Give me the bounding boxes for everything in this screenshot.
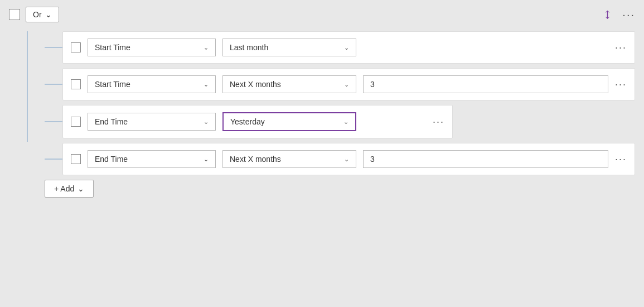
row-2-field-label: Start Time (95, 80, 130, 89)
row-1-field-dropdown[interactable]: Start Time ⌄ (88, 39, 216, 56)
top-more-icon[interactable]: ··· (622, 8, 635, 21)
row-1-field-label: Start Time (95, 43, 130, 52)
add-label: + Add (54, 184, 74, 193)
filter-row-wrapper-1: Start Time ⌄ Last month ⌄ ··· (45, 31, 635, 64)
row-1-operator-label: Last month (230, 43, 268, 52)
row-3-more-icon[interactable]: ··· (433, 116, 444, 128)
row-2-value-input[interactable] (363, 75, 608, 93)
row-3-field-label: End Time (95, 117, 128, 126)
or-button[interactable]: Or ⌄ (26, 7, 59, 22)
filter-row-3: End Time ⌄ Yesterday ⌄ ··· (62, 105, 453, 138)
row-2-operator-label: Next X months (230, 80, 281, 89)
row-2-checkbox[interactable] (71, 79, 81, 89)
row-2-more-icon[interactable]: ··· (615, 79, 627, 90)
row-4-operator-label: Next X months (230, 155, 281, 164)
filter-row-wrapper-4: End Time ⌄ Next X months ⌄ ··· (45, 143, 635, 175)
row-1-checkbox[interactable] (71, 42, 81, 52)
row-4-field-label: End Time (95, 155, 128, 164)
row-4-more-icon[interactable]: ··· (615, 154, 627, 165)
row-1-operator-dropdown[interactable]: Last month ⌄ (222, 39, 356, 56)
filter-row-wrapper-3: End Time ⌄ Yesterday ⌄ ··· (45, 105, 635, 138)
row-4-field-chevron-icon: ⌄ (204, 156, 209, 163)
filter-row-wrapper-2: Start Time ⌄ Next X months ⌄ ··· (45, 68, 635, 100)
row-2-operator-dropdown[interactable]: Next X months ⌄ (222, 75, 356, 93)
add-chevron-icon: ⌄ (78, 184, 84, 193)
row-2-field-dropdown[interactable]: Start Time ⌄ (88, 75, 216, 93)
row-2-operator-chevron-icon: ⌄ (344, 81, 349, 88)
filter-row-1: Start Time ⌄ Last month ⌄ ··· (62, 31, 635, 64)
row-3-checkbox[interactable] (71, 117, 81, 127)
filter-row-4: End Time ⌄ Next X months ⌄ ··· (62, 143, 635, 175)
row-2-field-chevron-icon: ⌄ (204, 81, 209, 88)
row-1-more-icon[interactable]: ··· (615, 42, 627, 54)
h-connector-2 (45, 84, 62, 85)
h-connector-1 (45, 47, 62, 48)
left-connector (9, 31, 45, 175)
row-3-operator-dropdown[interactable]: Yesterday ⌄ (222, 112, 356, 131)
row-1-field-chevron-icon: ⌄ (204, 44, 209, 51)
vertical-line (27, 31, 28, 142)
row-4-checkbox[interactable] (71, 154, 81, 164)
h-connector-3 (45, 121, 62, 122)
row-4-operator-dropdown[interactable]: Next X months ⌄ (222, 150, 356, 168)
add-button[interactable]: + Add ⌄ (45, 180, 94, 198)
row-3-operator-label: Yesterday (230, 117, 265, 126)
row-3-field-chevron-icon: ⌄ (204, 118, 209, 126)
top-checkbox[interactable] (9, 9, 20, 20)
row-4-value-input[interactable] (363, 150, 608, 168)
collapse-icon[interactable]: ⤡ (599, 7, 616, 23)
row-3-field-dropdown[interactable]: End Time ⌄ (88, 113, 216, 131)
or-label: Or (33, 10, 42, 19)
or-chevron-icon: ⌄ (45, 10, 52, 19)
add-button-area: + Add ⌄ (45, 180, 635, 198)
h-connector-4 (45, 159, 62, 160)
row-3-operator-chevron-icon: ⌄ (343, 118, 348, 126)
row-1-operator-chevron-icon: ⌄ (344, 44, 349, 51)
filter-row-2: Start Time ⌄ Next X months ⌄ ··· (62, 68, 635, 100)
rows-area: Start Time ⌄ Last month ⌄ ··· Start Ti (45, 31, 635, 175)
row-4-field-dropdown[interactable]: End Time ⌄ (88, 150, 216, 168)
row-4-operator-chevron-icon: ⌄ (344, 156, 349, 163)
